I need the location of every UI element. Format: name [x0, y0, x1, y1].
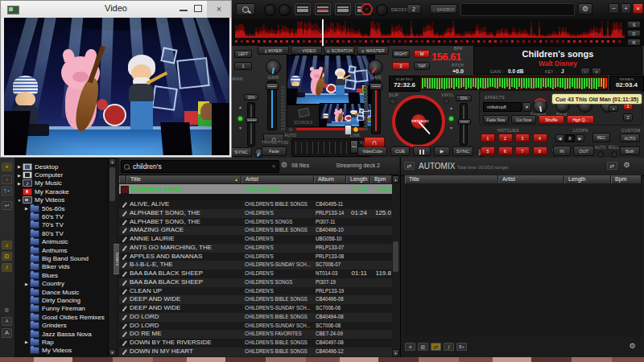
- hotcue-button-8[interactable]: 8: [533, 146, 547, 155]
- font-large-button[interactable]: A: [2, 328, 12, 338]
- deck2-sync-button[interactable]: SYNC: [452, 146, 473, 156]
- loop-roll-led[interactable]: [611, 151, 617, 158]
- loop-out-button[interactable]: OUT: [573, 146, 594, 156]
- back-icon[interactable]: ↩: [2, 201, 12, 210]
- tree-item-biker-vids[interactable]: Biker vids: [14, 263, 108, 271]
- automix-add-icon[interactable]: B+: [456, 343, 467, 351]
- track-row[interactable]: DEEP AND WIDECHILDREN'S BIBLE SONGSCB404…: [119, 295, 392, 304]
- tree-item-animusic[interactable]: Animusic: [14, 238, 108, 246]
- automix-edit-icon[interactable]: /: [444, 343, 454, 351]
- wave-r-button[interactable]: R: [627, 39, 641, 46]
- deck1-pitch-handle[interactable]: [246, 117, 258, 123]
- loop-rec-button[interactable]: REC: [592, 133, 610, 142]
- deck1-side-button[interactable]: LEFT: [234, 50, 252, 58]
- video-source-box[interactable]: SOURCE 8: [287, 105, 320, 127]
- search-field[interactable]: children's ×: [121, 160, 279, 173]
- track-row[interactable]: CLEAN UPCHILDREN'SPRLP133-19: [119, 287, 392, 296]
- hotcue-button-2[interactable]: 2: [498, 134, 513, 142]
- file-scroll-thumb[interactable]: [393, 241, 398, 272]
- file-scroll-up-icon[interactable]: ▲: [392, 175, 399, 183]
- track-row[interactable]: AMAZING GRACECHILDREN'S BIBLE SONGSCB404…: [119, 226, 392, 235]
- tree-item-grinders[interactable]: Grinders: [14, 321, 108, 329]
- tree-item-computer[interactable]: ▶Computer: [14, 171, 108, 179]
- deck1-sync-button[interactable]: SYNC: [230, 147, 252, 157]
- hotcue-button-7[interactable]: 7: [515, 146, 530, 155]
- track-row[interactable]: APPLES AND BANANASCHILDREN'SPRLP133-08: [119, 253, 392, 261]
- col-icon[interactable]: [119, 175, 126, 183]
- high-q-button[interactable]: High Q...: [567, 115, 594, 124]
- hotcue-button-1[interactable]: 1: [481, 134, 495, 142]
- track-row[interactable]: DOWN IN MY HEARTCHILDREN'S BIBLE SONGSCB…: [119, 348, 392, 356]
- expand-icon[interactable]: ▶: [23, 339, 30, 344]
- deck2-slip-led[interactable]: [390, 98, 396, 105]
- deck2-key-minus-button[interactable]: −: [580, 68, 590, 75]
- tree-item-70-s-tv[interactable]: 70's TV: [14, 221, 108, 229]
- automix-col-title[interactable]: Title: [405, 175, 498, 183]
- deck2-cue-button[interactable]: CUE: [390, 146, 410, 156]
- now-playing-row[interactable]: Children's songs Walt Disney 74:36 156.6: [119, 184, 392, 194]
- effects-dropdown[interactable]: milkdrop8: [483, 102, 522, 112]
- tree-item-my-karaoke[interactable]: My Karaoke: [14, 187, 108, 195]
- automix-settings-icon[interactable]: ⚙: [621, 162, 632, 170]
- deck2-gain-knob[interactable]: [368, 60, 383, 75]
- col-bpm[interactable]: Bpm: [370, 175, 392, 183]
- track-row[interactable]: DOWN BY THE RIVERSIDECHILDREN'S BIBLE SO…: [119, 339, 392, 348]
- search-settings-icon[interactable]: ⚙: [281, 161, 287, 169]
- tree-item-jazz-bassa-nova[interactable]: Jazz Bassa Nova: [14, 330, 108, 338]
- video-minimize-icon[interactable]: [180, 10, 188, 11]
- custom-both-button[interactable]: Both: [620, 146, 640, 155]
- shuffle-button[interactable]: Shuffle: [539, 115, 564, 124]
- deck1-pitch-up-icon[interactable]: ▲: [238, 105, 242, 109]
- deck2-pitch-down-icon[interactable]: ▼: [449, 126, 453, 130]
- track-row[interactable]: BAA BAA BLACK SHEEPCHILDREN'SNT014-0301:…: [119, 269, 392, 278]
- tree-item-50s-60s[interactable]: ▶50s-60s: [14, 204, 108, 212]
- tree-item-dance-music[interactable]: Dance Music: [14, 288, 108, 296]
- decks-count-button[interactable]: 2: [407, 4, 421, 14]
- tree-item-blues[interactable]: Blues: [14, 271, 108, 279]
- automix-toggle-icon[interactable]: ⇄: [404, 162, 415, 170]
- tree-item-desktop[interactable]: ▶Desktop: [14, 162, 108, 171]
- deck1-number-button[interactable]: 1: [234, 62, 252, 70]
- deck2-headphones-button[interactable]: ∩: [364, 137, 385, 147]
- video-link-led[interactable]: [353, 126, 359, 133]
- tab-mixer[interactable]: ▮ MIXER: [258, 46, 289, 55]
- waveform-strip[interactable]: S D R: [231, 19, 644, 47]
- hotcue-button-6[interactable]: 6: [498, 146, 513, 155]
- filter-folder-icon[interactable]: T+: [2, 187, 12, 195]
- automix-shuffle-icon[interactable]: ⇄: [607, 162, 617, 170]
- tab-master[interactable]: ◉ MASTER: [357, 46, 389, 55]
- hotcue-button-3[interactable]: 3: [515, 134, 530, 142]
- deck2-pitch-handle[interactable]: [458, 119, 471, 125]
- track-row[interactable]: ALIVE, ALIVECHILDREN'S BIBLE SONGSCB4049…: [119, 200, 392, 209]
- tab-scratch[interactable]: ◉ SCRATCH: [324, 46, 355, 55]
- expand-icon[interactable]: ▶: [23, 206, 30, 211]
- video-auto-led[interactable]: [287, 126, 294, 133]
- sandbox-button[interactable]: ○ SANDBOX: [430, 4, 457, 14]
- deck1-gain-knob[interactable]: [266, 60, 281, 75]
- loop-in-button[interactable]: IN: [553, 146, 571, 156]
- deck2-jog-wheel[interactable]: VIRTUALDJ: [392, 95, 445, 148]
- deck2-volume-handle[interactable]: [369, 83, 382, 90]
- window-maximize-button[interactable]: +: [621, 3, 631, 14]
- deck2-pitch-fader[interactable]: [460, 103, 468, 146]
- video-window-titlebar[interactable]: Video ×: [1, 1, 231, 18]
- loop-auto-led[interactable]: [597, 151, 604, 158]
- deck2-tap-button[interactable]: TAP: [414, 62, 430, 70]
- transition-button[interactable]: Fade: [262, 146, 287, 156]
- automix-col-artist[interactable]: Artist: [498, 175, 564, 183]
- tree-item-dirty-dancing[interactable]: Dirty Dancing: [14, 296, 108, 304]
- col-length[interactable]: Length: [346, 175, 370, 183]
- effects-dropdown-arrow[interactable]: ▼: [522, 102, 531, 112]
- tree-item-60-s-tv[interactable]: 60's TV: [14, 212, 108, 220]
- browser-settings-icon[interactable]: ⚙: [2, 306, 12, 315]
- collapse-icon[interactable]: ▼: [16, 198, 23, 203]
- tree-item-my-videos[interactable]: My Videos: [14, 347, 108, 355]
- video-maximize-icon[interactable]: [194, 5, 202, 12]
- deck2-pause-button[interactable]: [413, 146, 431, 156]
- tree-item-rap[interactable]: ▶Rap: [14, 338, 108, 346]
- tree-item-big-band-sound[interactable]: Big Band Sound: [14, 254, 108, 262]
- tree-item-funny-fireman[interactable]: Funny Fireman: [14, 305, 108, 313]
- track-row[interactable]: BAA BAA BLACK SHEEPCHILDREN'S SONGSPI307…: [119, 278, 392, 287]
- hotcue-button-5[interactable]: 5: [481, 146, 495, 155]
- tree-item-80-s-tv[interactable]: 80's TV: [14, 229, 108, 237]
